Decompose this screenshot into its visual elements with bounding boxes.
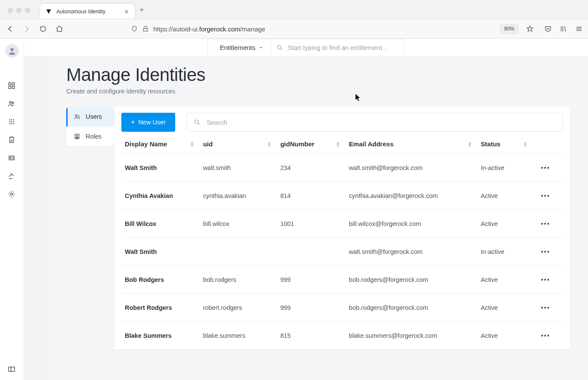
cell-email: bill.wilcox@forgerock.com [347,210,478,238]
table-row[interactable]: Cynthia Avakiancynthia.avakian814cynthia… [121,182,563,210]
svg-rect-16 [9,137,13,142]
hamburger-menu-icon[interactable] [575,25,583,33]
row-actions-menu[interactable]: ••• [534,294,563,322]
col-status[interactable]: Status [481,140,501,148]
svg-rect-2 [12,83,14,85]
shield-icon[interactable] [131,25,138,32]
back-button[interactable] [5,24,15,34]
entitlements-dropdown[interactable]: Entitlements [207,39,272,57]
svg-point-11 [11,121,12,123]
url-bar[interactable]: https://autoid-ui.forgerock.com/manage 9… [71,22,538,36]
search-icon [276,44,283,51]
cell-display-name: Robert Rodgers [121,294,201,322]
panel-toggle-icon[interactable] [8,365,16,374]
svg-rect-4 [12,87,14,89]
app-header: Entitlements [24,39,588,57]
reload-button[interactable] [38,24,48,34]
bookmark-star-icon[interactable] [526,25,534,33]
cell-email: bob.rodgers@forgerock.com [347,294,478,322]
table-row[interactable]: Robert Rodgersrobert.rodgers999bob.rodge… [121,294,563,322]
users-card: + New User Display Name▲▼ uid▲▼ gidNumbe… [115,107,570,349]
row-actions-menu[interactable]: ••• [534,238,563,266]
apps-grid-icon[interactable] [8,118,16,127]
col-uid[interactable]: uid [203,140,213,148]
table-row[interactable]: Bob Rodgersbob.rodgers999bob.rodgers@for… [121,266,563,294]
profile-avatar[interactable] [5,44,19,58]
dashboard-icon[interactable] [8,82,16,90]
svg-point-10 [9,121,10,123]
resource-tabs: Users Roles [66,107,115,146]
cell-email: bob.rodgers@forgerock.com [347,266,478,294]
sort-icon[interactable]: ▲▼ [336,141,340,147]
cell-email: cynthia.avakian@forgerock.com [347,182,478,210]
roles-icon [74,133,80,140]
table-row[interactable]: Walt Smithwalt.smith@forgerock.comIn-act… [121,238,563,266]
table-row[interactable]: Bill Wilcoxbill.wilcox1001bill.wilcox@fo… [121,210,563,238]
new-user-button[interactable]: + New User [121,113,175,132]
window-minimize[interactable] [16,8,22,13]
badge-icon[interactable] [8,154,16,163]
svg-point-19 [10,193,12,195]
cell-status: Active [478,266,534,294]
left-nav-rail [0,39,24,380]
entitlement-search-input[interactable] [288,44,399,51]
cell-uid: walt.smith [201,154,278,182]
sort-icon[interactable]: ▲▼ [523,141,528,147]
svg-rect-1 [9,83,11,85]
window-maximize[interactable] [25,8,30,13]
settings-gear-icon[interactable] [8,190,16,199]
col-gid[interactable]: gidNumber [280,140,314,148]
table-search-input[interactable] [207,119,556,126]
cell-gid: 1001 [278,210,346,238]
window-close[interactable] [8,8,13,13]
gavel-icon[interactable] [8,172,16,181]
browser-tab[interactable]: Autonomous Identity [40,3,135,19]
svg-point-21 [278,45,281,49]
cell-uid: robert.rodgers [201,294,278,322]
row-actions-menu[interactable]: ••• [534,266,563,294]
library-icon[interactable] [560,25,567,33]
cell-uid: cynthia.avakian [201,182,278,210]
col-display-name[interactable]: Display Name [125,140,167,148]
table-row[interactable]: Blake Summersblake.summers815blake.summe… [121,322,563,350]
zoom-indicator[interactable]: 90% [500,24,518,34]
row-actions-menu[interactable]: ••• [534,182,563,210]
cell-gid: 815 [278,322,346,350]
cell-status: Active [478,322,534,350]
url-text: https://autoid-ui.forgerock.com/manage [153,25,496,33]
close-icon[interactable] [124,9,130,15]
table-row[interactable]: Walt Smithwalt.smith234walt.smith@forger… [121,154,563,182]
row-actions-menu[interactable]: ••• [534,322,563,350]
row-actions-menu[interactable]: ••• [534,154,563,182]
identities-icon[interactable] [8,100,16,108]
tab-users[interactable]: Users [66,107,115,127]
cell-display-name: Blake Summers [121,322,201,350]
tab-title: Autonomous Identity [56,9,119,15]
svg-point-13 [9,123,10,124]
svg-point-22 [75,114,77,116]
svg-rect-20 [9,367,15,372]
lock-icon[interactable] [142,25,149,32]
cell-status: Active [478,182,534,210]
main-content: Manage Identities Create and configure i… [48,39,588,380]
svg-point-8 [11,119,12,120]
col-email[interactable]: Email Address [349,140,394,148]
window-controls [0,8,37,19]
row-actions-menu[interactable]: ••• [534,210,563,238]
entitlement-search[interactable] [271,39,405,57]
cell-uid [201,238,278,266]
sort-icon[interactable]: ▲▼ [190,141,195,147]
cell-status: In-active [478,154,534,182]
pocket-icon[interactable] [544,25,552,33]
sort-icon[interactable]: ▲▼ [467,141,472,147]
table-search[interactable] [186,113,563,132]
tab-roles[interactable]: Roles [66,127,115,146]
home-button[interactable] [54,24,65,34]
svg-point-7 [9,119,10,120]
new-tab-button[interactable]: + [139,6,144,19]
sort-icon[interactable]: ▲▼ [267,141,272,147]
clipboard-icon[interactable] [8,136,16,145]
cell-display-name: Bob Rodgers [121,266,201,294]
forward-button[interactable] [22,24,32,34]
svg-point-25 [195,120,198,124]
